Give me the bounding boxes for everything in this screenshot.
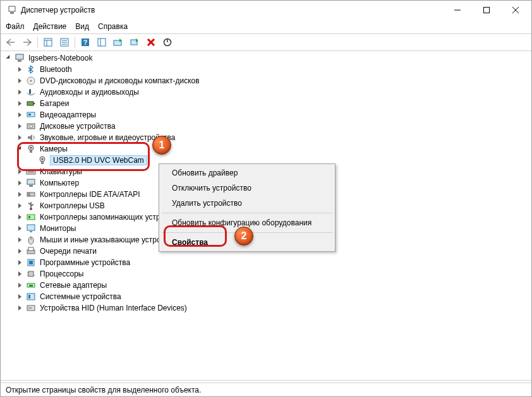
expand-icon[interactable] bbox=[16, 281, 23, 289]
toolbar-separator bbox=[37, 37, 38, 48]
ctx-disable-device[interactable]: Отключить устройство bbox=[160, 181, 334, 196]
svg-rect-30 bbox=[28, 114, 31, 116]
category-system[interactable]: Системные устройства bbox=[15, 291, 529, 302]
expand-icon[interactable] bbox=[16, 100, 23, 107]
status-text: Открытие страницы свойств для выделенног… bbox=[6, 386, 201, 394]
ctx-uninstall-device[interactable]: Удалить устройство bbox=[160, 196, 334, 211]
category-display[interactable]: Видеоадаптеры bbox=[15, 109, 529, 121]
node-label: DVD-дисководы и дисководы компакт-дисков bbox=[39, 76, 201, 85]
enable-button[interactable] bbox=[160, 35, 175, 49]
expand-icon[interactable] bbox=[16, 145, 23, 153]
svg-point-25 bbox=[30, 80, 32, 82]
expand-icon[interactable] bbox=[16, 111, 23, 119]
svg-rect-51 bbox=[27, 225, 35, 230]
ctx-update-driver[interactable]: Обновить драйвер bbox=[160, 165, 334, 181]
category-disk[interactable]: Дисковые устройства bbox=[15, 121, 529, 132]
update-driver-button[interactable] bbox=[111, 35, 126, 49]
expand-icon[interactable] bbox=[16, 270, 23, 278]
expand-icon[interactable] bbox=[16, 179, 23, 187]
svg-rect-35 bbox=[30, 150, 32, 153]
expand-icon[interactable] bbox=[16, 66, 23, 73]
expand-icon[interactable] bbox=[16, 225, 23, 232]
ctx-separator bbox=[162, 213, 332, 213]
category-batteries[interactable]: Батареи bbox=[15, 98, 529, 109]
node-label: Устройства HID (Human Interface Devices) bbox=[39, 304, 188, 312]
keyboard-icon bbox=[26, 167, 36, 177]
svg-rect-66 bbox=[28, 295, 30, 299]
node-label: Батареи bbox=[39, 99, 70, 108]
category-bluetooth[interactable]: Bluetooth bbox=[15, 64, 529, 75]
expand-icon[interactable] bbox=[16, 88, 23, 96]
maximize-button[interactable] bbox=[472, 1, 501, 20]
bluetooth-icon bbox=[26, 64, 36, 74]
svg-rect-56 bbox=[28, 247, 33, 251]
expand-icon[interactable] bbox=[16, 247, 23, 255]
category-netadapt[interactable]: Сетевые адаптеры bbox=[15, 280, 529, 291]
expand-icon[interactable] bbox=[16, 304, 23, 312]
svg-point-32 bbox=[30, 125, 33, 128]
minimize-button[interactable] bbox=[443, 1, 472, 20]
monitor-icon bbox=[26, 223, 36, 234]
node-label: Программные устройства bbox=[39, 258, 131, 267]
network-adapter-icon bbox=[26, 280, 36, 290]
menu-file[interactable]: Файл bbox=[6, 22, 25, 31]
back-button[interactable] bbox=[3, 35, 18, 49]
expand-icon[interactable] bbox=[16, 202, 23, 210]
help-button[interactable]: ? bbox=[78, 35, 93, 49]
expand-icon[interactable] bbox=[4, 54, 12, 62]
scan-hardware-button[interactable] bbox=[127, 35, 142, 49]
uninstall-button[interactable] bbox=[143, 35, 159, 49]
expand-icon[interactable] bbox=[16, 293, 23, 300]
expand-icon[interactable] bbox=[16, 134, 23, 141]
close-button[interactable] bbox=[501, 1, 530, 20]
device-tree: Igsebers-Notebook Bluetooth DVD-дисковод… bbox=[1, 51, 531, 380]
software-device-icon bbox=[26, 258, 36, 268]
svg-rect-23 bbox=[18, 60, 21, 62]
category-software[interactable]: Программные устройства bbox=[15, 257, 529, 268]
node-label: Системные устройства bbox=[39, 292, 123, 301]
svg-rect-52 bbox=[30, 231, 32, 232]
action-button[interactable] bbox=[94, 35, 109, 49]
menu-view[interactable]: Вид bbox=[75, 22, 89, 31]
root-node[interactable]: Igsebers-Notebook bbox=[3, 52, 529, 64]
category-cameras[interactable]: Камеры bbox=[15, 143, 529, 155]
expand-icon[interactable] bbox=[16, 236, 23, 244]
node-label: Контроллеры USB bbox=[39, 201, 106, 210]
display-adapter-icon bbox=[26, 110, 36, 120]
device-manager-window: Диспетчер устройств Файл Действие Вид Сп… bbox=[0, 0, 532, 397]
node-label: Очереди печати bbox=[39, 247, 98, 256]
titlebar: Диспетчер устройств bbox=[1, 1, 531, 20]
disk-drive-icon bbox=[26, 121, 36, 131]
node-label: Сетевые адаптеры bbox=[39, 281, 108, 290]
show-hide-tree-button[interactable] bbox=[40, 35, 56, 49]
svg-rect-42 bbox=[27, 179, 35, 184]
category-dvd[interactable]: DVD-дисководы и дисководы компакт-дисков bbox=[15, 75, 529, 86]
menu-help[interactable]: Справка bbox=[98, 22, 128, 31]
expand-icon[interactable] bbox=[16, 168, 23, 175]
annotation-badge-1: 1 bbox=[152, 136, 171, 155]
expand-icon[interactable] bbox=[16, 213, 23, 221]
svg-rect-1 bbox=[10, 12, 14, 14]
svg-rect-0 bbox=[9, 6, 15, 11]
svg-rect-27 bbox=[27, 102, 33, 105]
category-soundvideo[interactable]: Звуковые, игровые и видеоустройства bbox=[15, 132, 529, 143]
expand-icon[interactable] bbox=[16, 191, 23, 198]
node-label: Компьютер bbox=[39, 179, 80, 187]
category-hid[interactable]: Устройства HID (Human Interface Devices) bbox=[15, 302, 529, 314]
svg-rect-6 bbox=[44, 39, 52, 46]
expand-icon[interactable] bbox=[16, 122, 23, 130]
app-icon bbox=[7, 5, 17, 15]
computer-icon bbox=[15, 53, 25, 63]
storage-controller-icon bbox=[26, 212, 36, 222]
svg-rect-3 bbox=[484, 8, 490, 13]
category-audio[interactable]: Аудиовходы и аудиовыходы bbox=[15, 86, 529, 98]
forward-button[interactable] bbox=[20, 35, 35, 49]
svg-point-68 bbox=[28, 307, 30, 309]
properties-button[interactable] bbox=[57, 35, 72, 49]
svg-rect-58 bbox=[29, 261, 33, 264]
menu-action[interactable]: Действие bbox=[33, 22, 67, 31]
statusbar: Открытие страницы свойств для выделенног… bbox=[1, 382, 531, 396]
category-cpu[interactable]: Процессоры bbox=[15, 268, 529, 280]
expand-icon[interactable] bbox=[16, 77, 23, 85]
expand-icon[interactable] bbox=[16, 259, 23, 266]
